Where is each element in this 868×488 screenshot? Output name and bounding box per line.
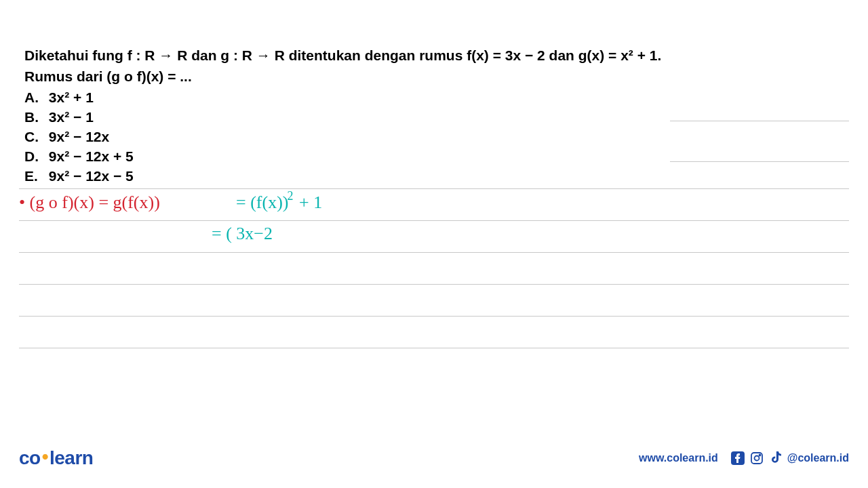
question-line-1: Diketahui fung f : R → R dan g : R → R d… <box>24 46 844 66</box>
svg-point-2 <box>754 456 759 461</box>
social-handle: @colearn.id <box>787 452 849 464</box>
ruled-line <box>19 285 849 317</box>
option-label: A. <box>24 88 45 108</box>
footer-right: www.colearn.id @colearn.id <box>639 451 849 466</box>
logo-learn: learn <box>50 447 93 468</box>
option-b: B. 3x² − 1 <box>24 108 844 127</box>
footer: co•learn www.colearn.id @colearn.id <box>0 447 868 469</box>
option-c: C. 9x² − 12x <box>24 127 844 147</box>
option-label: C. <box>24 127 45 147</box>
ruled-line <box>19 317 849 348</box>
logo-dot-icon: • <box>42 446 48 468</box>
svg-point-3 <box>759 455 760 456</box>
option-text: 9x² − 12x <box>49 129 109 144</box>
handwritten-superscript: 2 <box>287 189 293 203</box>
option-d: D. 9x² − 12x + 5 <box>24 147 844 167</box>
logo: co•learn <box>19 447 93 469</box>
ruled-line <box>19 221 849 253</box>
ruled-short-line <box>670 161 849 162</box>
options-list: A. 3x² + 1 B. 3x² − 1 C. 9x² − 12x D. 9x… <box>24 88 844 186</box>
option-text: 9x² − 12x + 5 <box>49 148 134 164</box>
option-label: D. <box>24 147 45 167</box>
option-e: E. 9x² − 12x − 5 <box>24 167 844 186</box>
handwritten-step-1-teal: = (f(x))2 + 1 <box>236 192 322 213</box>
footer-url: www.colearn.id <box>639 452 718 464</box>
option-text: 9x² − 12x − 5 <box>49 168 134 184</box>
question-line-2: Rumus dari (g o f)(x) = ... <box>24 67 844 87</box>
logo-co: co <box>19 447 41 468</box>
instagram-icon <box>749 451 764 466</box>
ruled-line <box>19 253 849 285</box>
handwritten-step-2-teal: = ( 3x−2 <box>212 224 273 244</box>
handwritten-text: = (f(x)) <box>236 192 288 212</box>
handwritten-step-1-red: • (g o f)(x) = g(f(x)) <box>19 192 160 213</box>
option-a: A. 3x² + 1 <box>24 88 844 108</box>
ruled-short-line <box>670 121 849 121</box>
tiktok-icon <box>768 451 783 466</box>
option-text: 3x² + 1 <box>49 89 94 105</box>
facebook-icon <box>730 451 745 466</box>
option-label: E. <box>24 167 45 186</box>
handwritten-text: + 1 <box>294 192 322 212</box>
social-icons: @colearn.id <box>730 451 849 466</box>
option-label: B. <box>24 108 45 127</box>
option-text: 3x² − 1 <box>49 109 94 125</box>
